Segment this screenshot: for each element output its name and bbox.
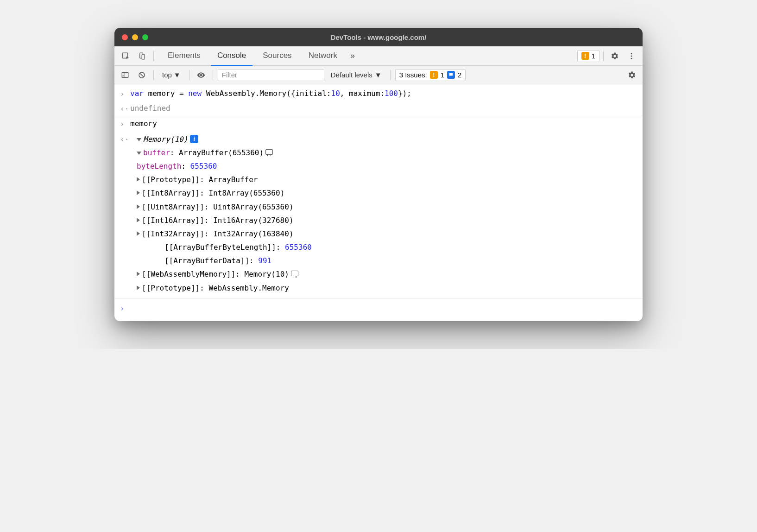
divider bbox=[390, 70, 391, 80]
console-input-line: › memory bbox=[114, 116, 643, 131]
input-marker-icon: › bbox=[120, 87, 130, 100]
code-line[interactable]: var memory = new WebAssembly.Memory({ini… bbox=[130, 87, 637, 100]
context-label: top bbox=[162, 71, 172, 79]
tabs: Elements Console Sources Network bbox=[161, 46, 344, 66]
tab-sources[interactable]: Sources bbox=[256, 46, 298, 66]
prop-value: : ArrayBuffer(655360) bbox=[170, 148, 264, 157]
expand-toggle-icon[interactable] bbox=[137, 152, 141, 155]
console-prompt[interactable]: › bbox=[114, 298, 643, 316]
console-toolbar: top ▼ Default levels ▼ 3 Issues: ! 1 2 bbox=[114, 66, 643, 84]
prop-value: : Int8Array(655360) bbox=[200, 189, 284, 197]
expand-toggle-icon[interactable] bbox=[137, 231, 140, 236]
context-selector[interactable]: top ▼ bbox=[158, 70, 184, 80]
issues-label: 3 Issues: bbox=[399, 71, 427, 79]
prop-name: [[Prototype]] bbox=[142, 175, 200, 184]
prop-value: 655360 bbox=[285, 243, 312, 252]
inspect-element-icon[interactable] bbox=[118, 49, 133, 63]
settings-icon[interactable] bbox=[607, 49, 622, 63]
prop-name: [[ArrayBufferByteLength]] bbox=[164, 243, 276, 252]
tree-leaf[interactable]: byteLength: 655360 bbox=[137, 159, 637, 173]
expand-toggle-icon[interactable] bbox=[137, 285, 140, 290]
prop-value: : Uint8Array(655360) bbox=[204, 203, 294, 211]
device-toolbar-icon[interactable] bbox=[135, 49, 150, 63]
issues-summary[interactable]: 3 Issues: ! 1 2 bbox=[395, 69, 466, 81]
window-title: DevTools - www.google.com/ bbox=[114, 33, 643, 41]
console-settings-icon[interactable] bbox=[625, 68, 639, 82]
tree-node[interactable]: [[Uint8Array]]: Uint8Array(655360) bbox=[137, 200, 637, 214]
prop-name: [[Uint8Array]] bbox=[142, 203, 204, 211]
code-line[interactable]: memory bbox=[130, 117, 637, 130]
prop-name: [[ArrayBufferData]] bbox=[164, 256, 249, 265]
titlebar: DevTools - www.google.com/ bbox=[114, 28, 643, 46]
input-marker-icon: › bbox=[120, 117, 130, 130]
prompt-icon: › bbox=[120, 302, 130, 315]
warning-icon: ! bbox=[430, 71, 438, 79]
prop-value: : Int32Array(163840) bbox=[204, 229, 294, 238]
divider bbox=[153, 70, 154, 80]
tree-node[interactable]: [[Int16Array]]: Int16Array(327680) bbox=[137, 214, 637, 227]
close-window-button[interactable] bbox=[122, 34, 128, 40]
prop-value: 655360 bbox=[190, 162, 217, 171]
main-tabbar: Elements Console Sources Network » ! 1 bbox=[114, 46, 643, 66]
warning-icon: ! bbox=[581, 52, 589, 60]
warn-count: 1 bbox=[441, 71, 444, 79]
info-icon bbox=[447, 71, 455, 79]
tree-node[interactable]: [[Int32Array]]: Int32Array(163840) bbox=[137, 227, 637, 241]
prop-value: 991 bbox=[258, 256, 271, 265]
expand-toggle-icon[interactable] bbox=[137, 272, 140, 276]
output-marker-icon: ‹· bbox=[120, 133, 130, 146]
object-header: Memory(10) bbox=[143, 135, 188, 144]
log-levels-selector[interactable]: Default levels ▼ bbox=[327, 71, 385, 79]
expand-toggle-icon[interactable] bbox=[137, 218, 140, 222]
minimize-window-button[interactable] bbox=[132, 34, 138, 40]
svg-rect-2 bbox=[142, 55, 145, 59]
console-sidebar-toggle-icon[interactable] bbox=[118, 68, 132, 82]
tree-node[interactable]: buffer: ArrayBuffer(655360) bbox=[137, 146, 637, 159]
return-value: undefined bbox=[130, 102, 637, 114]
object-tree: Memory(10)i buffer: ArrayBuffer(655360) … bbox=[130, 133, 637, 295]
tree-leaf[interactable]: [[ArrayBufferData]]: 991 bbox=[137, 254, 637, 267]
memory-inspector-icon[interactable] bbox=[291, 271, 298, 276]
dropdown-caret-icon: ▼ bbox=[174, 71, 181, 79]
prop-name: [[Int32Array]] bbox=[142, 229, 204, 238]
dropdown-caret-icon: ▼ bbox=[375, 71, 382, 79]
clear-console-icon[interactable] bbox=[135, 68, 149, 82]
tab-elements[interactable]: Elements bbox=[161, 46, 207, 66]
maximize-window-button[interactable] bbox=[142, 34, 148, 40]
live-expression-icon[interactable] bbox=[194, 68, 208, 82]
tree-node[interactable]: [[WebAssemblyMemory]]: Memory(10) bbox=[137, 267, 637, 281]
tree-node[interactable]: [[Int8Array]]: Int8Array(655360) bbox=[137, 186, 637, 200]
expand-toggle-icon[interactable] bbox=[137, 138, 141, 141]
prop-value: : WebAssembly.Memory bbox=[200, 284, 289, 292]
issues-count: 1 bbox=[592, 52, 595, 60]
prop-name: [[WebAssemblyMemory]] bbox=[142, 270, 235, 279]
console-output: › var memory = new WebAssembly.Memory({i… bbox=[114, 84, 643, 321]
tree-leaf[interactable]: [[ArrayBufferByteLength]]: 655360 bbox=[137, 241, 637, 254]
tab-console[interactable]: Console bbox=[211, 46, 252, 66]
console-return-line: ‹· Memory(10)i buffer: ArrayBuffer(65536… bbox=[114, 132, 643, 296]
issues-chip[interactable]: ! 1 bbox=[577, 50, 599, 62]
tree-node[interactable]: [[Prototype]]: WebAssembly.Memory bbox=[137, 281, 637, 295]
info-count: 2 bbox=[458, 71, 461, 79]
tab-network[interactable]: Network bbox=[302, 46, 344, 66]
prop-name: byteLength bbox=[137, 162, 181, 171]
memory-inspector-icon[interactable] bbox=[265, 149, 273, 155]
svg-point-4 bbox=[631, 55, 632, 57]
prop-name: [[Prototype]] bbox=[142, 284, 200, 292]
traffic-lights bbox=[122, 34, 148, 40]
expand-toggle-icon[interactable] bbox=[137, 177, 140, 182]
more-tabs-button[interactable]: » bbox=[346, 51, 360, 61]
kebab-menu-icon[interactable] bbox=[624, 49, 639, 63]
console-return-line: ‹· undefined bbox=[114, 101, 643, 116]
tree-node[interactable]: [[Prototype]]: ArrayBuffer bbox=[137, 173, 637, 186]
filter-input[interactable] bbox=[218, 69, 324, 81]
info-icon[interactable]: i bbox=[190, 135, 198, 143]
prop-name: [[Int16Array]] bbox=[142, 216, 204, 225]
divider bbox=[213, 70, 213, 80]
tree-node[interactable]: Memory(10)i bbox=[137, 133, 637, 146]
svg-point-5 bbox=[631, 57, 632, 59]
expand-toggle-icon[interactable] bbox=[137, 190, 140, 195]
prop-name: buffer bbox=[143, 148, 170, 157]
divider bbox=[153, 51, 154, 61]
expand-toggle-icon[interactable] bbox=[137, 204, 140, 209]
